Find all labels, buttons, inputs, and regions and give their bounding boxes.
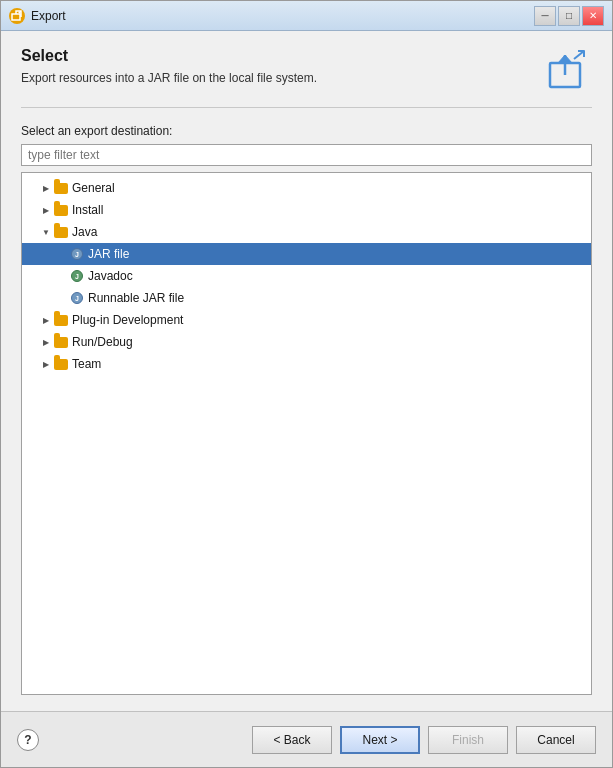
window-icon — [9, 8, 25, 24]
next-button[interactable]: Next > — [340, 726, 420, 754]
folder-icon-team — [54, 359, 68, 370]
filter-label: Select an export destination: — [21, 124, 592, 138]
help-button[interactable]: ? — [17, 729, 39, 751]
tree-item-plugin-dev[interactable]: Plug-in Development — [22, 309, 591, 331]
header-text: Select Export resources into a JAR file … — [21, 47, 534, 85]
folder-icon-plugin-dev — [54, 315, 68, 326]
tree-label-install: Install — [72, 203, 103, 217]
runnable-jar-icon: J — [70, 291, 84, 305]
tree-item-runnable-jar[interactable]: J Runnable JAR file — [22, 287, 591, 309]
javadoc-icon: J — [70, 269, 84, 283]
tree-label-run-debug: Run/Debug — [72, 335, 133, 349]
export-icon — [546, 49, 590, 93]
tree-item-java[interactable]: Java — [22, 221, 591, 243]
export-dialog: Export ─ □ ✕ Select Export resources int… — [0, 0, 613, 768]
folder-icon-install — [54, 205, 68, 216]
window-title: Export — [31, 9, 534, 23]
tree-label-runnable-jar: Runnable JAR file — [88, 291, 184, 305]
svg-line-3 — [574, 51, 584, 59]
svg-rect-0 — [12, 14, 20, 20]
tree-label-java: Java — [72, 225, 97, 239]
header-section: Select Export resources into a JAR file … — [21, 47, 592, 108]
tree-label-javadoc: Javadoc — [88, 269, 133, 283]
main-content: Select Export resources into a JAR file … — [1, 31, 612, 711]
back-button[interactable]: < Back — [252, 726, 332, 754]
window-controls: ─ □ ✕ — [534, 6, 604, 26]
folder-icon-general — [54, 183, 68, 194]
toggle-general[interactable] — [38, 180, 54, 196]
tree-item-team[interactable]: Team — [22, 353, 591, 375]
minimize-button[interactable]: ─ — [534, 6, 556, 26]
toggle-java[interactable] — [38, 224, 54, 240]
tree-item-jar-file[interactable]: J JAR file — [22, 243, 591, 265]
toggle-install[interactable] — [38, 202, 54, 218]
toggle-team[interactable] — [38, 356, 54, 372]
tree-label-general: General — [72, 181, 115, 195]
folder-icon-run-debug — [54, 337, 68, 348]
title-bar: Export ─ □ ✕ — [1, 1, 612, 31]
filter-input[interactable] — [21, 144, 592, 166]
restore-button[interactable]: □ — [558, 6, 580, 26]
tree-label-plugin-dev: Plug-in Development — [72, 313, 183, 327]
toggle-plugin-dev[interactable] — [38, 312, 54, 328]
finish-button[interactable]: Finish — [428, 726, 508, 754]
jar-circle: J — [71, 248, 83, 260]
close-button[interactable]: ✕ — [582, 6, 604, 26]
page-title: Select — [21, 47, 534, 65]
page-description: Export resources into a JAR file on the … — [21, 71, 534, 85]
tree-item-install[interactable]: Install — [22, 199, 591, 221]
runnable-circle: J — [71, 292, 83, 304]
header-icon — [544, 47, 592, 95]
tree-item-run-debug[interactable]: Run/Debug — [22, 331, 591, 353]
tree-container[interactable]: General Install Java — [21, 172, 592, 695]
tree-label-team: Team — [72, 357, 101, 371]
javadoc-circle: J — [71, 270, 83, 282]
tree-item-javadoc[interactable]: J Javadoc — [22, 265, 591, 287]
folder-icon-java — [54, 227, 68, 238]
button-bar: ? < Back Next > Finish Cancel — [1, 711, 612, 767]
toggle-run-debug[interactable] — [38, 334, 54, 350]
tree-label-jar-file: JAR file — [88, 247, 129, 261]
cancel-button[interactable]: Cancel — [516, 726, 596, 754]
jar-file-icon: J — [70, 247, 84, 261]
tree-item-general[interactable]: General — [22, 177, 591, 199]
